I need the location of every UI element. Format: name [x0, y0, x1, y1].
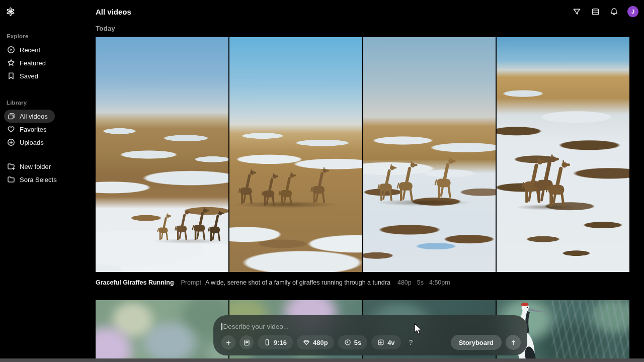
prompt-composer: + 9:16 480p 5s 4v ? Storyboard [213, 315, 527, 355]
aspect-ratio-value: 9:16 [274, 339, 287, 346]
prompt-text: A wide, serene shot of a family of giraf… [205, 279, 390, 286]
prompt-label: Prompt [181, 279, 201, 286]
video-thumbnail[interactable] [229, 37, 362, 272]
next-row-edge [0, 358, 644, 362]
bell-icon[interactable] [609, 7, 619, 17]
sidebar-item-sora-selects[interactable]: Sora Selects [4, 173, 64, 186]
giraffe-silhouette [276, 172, 298, 206]
date-group-label: Today [96, 25, 115, 32]
giraffe-silhouette [431, 157, 458, 198]
giraffe-silhouette [205, 210, 225, 241]
duration-chip[interactable]: 5s [338, 335, 367, 349]
heart-icon [7, 125, 15, 133]
sidebar-item-label: Recent [20, 46, 40, 54]
duration-value: 5s [354, 339, 361, 346]
composer-controls: + 9:16 480p 5s 4v ? Storyboard [221, 335, 521, 350]
sidebar-item-all-videos[interactable]: All videos [4, 110, 55, 123]
video-metadata: Graceful Giraffes Running Prompt A wide,… [96, 279, 629, 286]
sidebar-heading-explore: Explore [7, 33, 96, 39]
video-thumbnail[interactable] [96, 300, 228, 362]
prompt-input-row [221, 321, 521, 332]
openai-logo-icon [6, 7, 15, 16]
folder-icon [7, 175, 15, 184]
video-thumbnail[interactable] [497, 37, 629, 272]
giraffe-silhouette [393, 161, 420, 201]
giraffe-silhouette [542, 160, 573, 207]
composer-actions: Storyboard [451, 335, 521, 350]
video-thumbnail[interactable] [96, 37, 228, 272]
resolution-chip[interactable]: 480p [297, 335, 334, 349]
sidebar-item-favorites[interactable]: Favorites [4, 123, 53, 136]
page-title: All videos [96, 8, 131, 16]
giraffe-silhouette [235, 169, 258, 204]
giraffe-silhouette [155, 213, 173, 240]
sidebar-item-recent[interactable]: Recent [4, 43, 47, 56]
sidebar-item-new-folder[interactable]: New folder [4, 160, 58, 173]
help-button[interactable]: ? [405, 338, 417, 346]
new-folder-icon [7, 162, 15, 170]
sora-app-window: Explore Recent Featured Saved Library Al… [0, 0, 644, 362]
sidebar: Explore Recent Featured Saved Library Al… [0, 0, 96, 362]
header-actions: J [572, 6, 638, 17]
play-circle-icon [7, 46, 15, 54]
upload-circle-icon [7, 138, 15, 146]
variations-chip[interactable]: 4v [371, 335, 400, 349]
list-view-icon[interactable] [590, 7, 600, 17]
star-icon [7, 59, 15, 67]
giraffe-silhouette [307, 167, 331, 203]
storyboard-button[interactable]: Storyboard [451, 335, 502, 350]
video-title[interactable]: Graceful Giraffes Running [96, 279, 174, 286]
sidebar-item-label: All videos [20, 113, 48, 120]
resolution-badge: 480p [397, 279, 412, 286]
sidebar-item-label: Favorites [20, 126, 46, 133]
sidebar-item-label: Uploads [20, 139, 44, 146]
text-caret [221, 323, 222, 330]
arrow-up-icon [510, 339, 517, 346]
sidebar-item-label: Sora Selects [20, 176, 57, 184]
add-button[interactable]: + [221, 335, 235, 349]
timestamp: 4:50pm [429, 279, 450, 286]
sidebar-item-label: Featured [20, 59, 46, 67]
submit-button[interactable] [506, 335, 521, 350]
sidebar-item-saved[interactable]: Saved [4, 69, 45, 82]
video-group-giraffes [96, 37, 629, 272]
duration-badge: 5s [417, 279, 424, 286]
sidebar-item-label: New folder [20, 163, 51, 170]
video-thumbnail[interactable] [363, 37, 496, 272]
storyboard-card-icon[interactable] [239, 335, 254, 349]
prompt-input[interactable] [223, 323, 521, 330]
avatar[interactable]: J [627, 6, 638, 17]
resolution-value: 480p [313, 339, 328, 346]
collection-icon [7, 112, 15, 120]
variations-value: 4v [387, 339, 394, 346]
sidebar-item-featured[interactable]: Featured [4, 56, 53, 69]
filter-icon[interactable] [572, 7, 582, 17]
sidebar-item-uploads[interactable]: Uploads [4, 136, 51, 149]
sidebar-heading-library: Library [7, 100, 96, 106]
aspect-ratio-chip[interactable]: 9:16 [258, 335, 293, 349]
sidebar-item-label: Saved [20, 72, 38, 80]
bookmark-icon [7, 72, 15, 80]
